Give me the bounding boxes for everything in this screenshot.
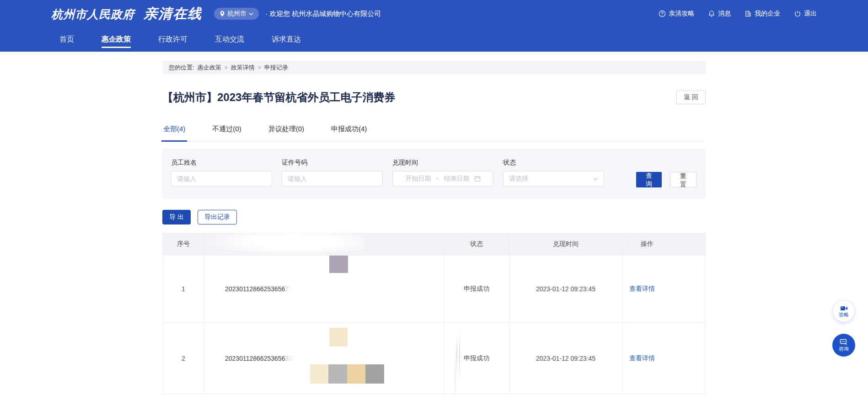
chat-bubble-icon	[840, 339, 848, 346]
breadcrumb: 您的位置: 惠企政策 > 政策详情 > 申报记录	[162, 61, 706, 74]
breadcrumb-separator: >	[258, 64, 261, 71]
logout-link[interactable]: 退出	[794, 10, 817, 18]
column-header-order-no: 申报单号	[204, 233, 444, 256]
guide-link-label: 亲清攻略	[669, 10, 694, 18]
breadcrumb-item-policy-detail[interactable]: 政策详情	[231, 64, 255, 72]
export-records-button[interactable]: 导出记录	[198, 210, 237, 224]
row-index: 2	[163, 323, 204, 394]
top-header: 杭州市人民政府 亲清在线 杭州市 · 欢迎您 杭州水晶城购物中心有限公司	[0, 0, 868, 52]
column-header-action: 操作	[622, 233, 705, 256]
start-date-placeholder: 开始日期	[405, 175, 431, 183]
consult-floating-label: 咨询	[839, 346, 849, 352]
site-logo: 杭州市人民政府 亲清在线	[51, 5, 202, 23]
export-button[interactable]: 导 出	[162, 210, 191, 224]
nav-item-enterprise-policy[interactable]: 惠企政策	[102, 27, 131, 52]
city-selector[interactable]: 杭州市	[214, 8, 259, 20]
column-header-index: 序号	[163, 233, 204, 256]
guide-link[interactable]: 亲清攻略	[659, 10, 694, 18]
table-header-row: 序号 申报单号 状态 兑现时间 操作	[163, 233, 705, 256]
view-details-link[interactable]: 查看详情	[629, 285, 655, 293]
back-button[interactable]: 返 回	[676, 91, 706, 104]
order-no-faded-text: 77	[285, 285, 292, 293]
end-date-placeholder: 结束日期	[444, 175, 470, 183]
row-order-no: 2023011286625365677	[204, 256, 444, 323]
employee-name-label: 员工姓名	[171, 159, 272, 167]
status-tabs: 全部(4) 不通过(0) 异议处理(0) 申报成功(4)	[162, 125, 706, 142]
row-status: 申报成功	[444, 256, 509, 323]
guide-floating-label: 攻略	[839, 312, 849, 318]
order-no-text: 20230112866253656	[225, 285, 285, 293]
table-row: 2 20230112866253656333 申报成功 2023-01-12 0…	[163, 323, 705, 394]
row-status: 申报成功	[444, 323, 509, 394]
video-camera-icon	[840, 305, 848, 311]
breadcrumb-separator: >	[225, 64, 228, 71]
my-enterprise-link[interactable]: 我的企业	[745, 10, 780, 18]
page-title: 【杭州市】2023年春节留杭省外员工电子消费券	[162, 90, 395, 105]
tab-success[interactable]: 申报成功(4)	[330, 125, 368, 141]
messages-link[interactable]: 消息	[708, 10, 731, 18]
nav-item-interaction[interactable]: 互动交流	[215, 27, 244, 52]
logo-platform-text: 亲清在线	[144, 5, 202, 23]
id-number-input[interactable]	[282, 171, 383, 187]
status-select[interactable]: 请选择	[503, 171, 604, 187]
redaction-smudge	[455, 347, 455, 395]
main-content: 您的位置: 惠企政策 > 政策详情 > 申报记录 【杭州市】2023年春节留杭省…	[162, 61, 706, 394]
column-header-redeem-time: 兑现时间	[509, 233, 622, 256]
redeem-time-label: 兑现时间	[392, 159, 493, 167]
date-range-separator: ~	[435, 175, 439, 182]
view-details-link[interactable]: 查看详情	[629, 354, 655, 363]
order-no-text: 20230112866253656	[225, 355, 285, 362]
tab-all[interactable]: 全部(4)	[162, 125, 186, 141]
applications-table: 序号 申报单号 状态 兑现时间 操作 1 2023011286625365677…	[162, 233, 706, 394]
redaction-smudge	[459, 329, 460, 381]
chevron-down-icon	[249, 12, 253, 16]
breadcrumb-item-policy[interactable]: 惠企政策	[198, 64, 221, 72]
search-button[interactable]: 查 询	[636, 172, 662, 187]
messages-link-label: 消息	[718, 10, 731, 18]
location-pin-icon	[220, 11, 225, 17]
reset-button[interactable]: 重 置	[670, 172, 697, 187]
redeem-time-range-picker[interactable]: 开始日期 ~ 结束日期	[392, 171, 493, 187]
status-label: 状态	[503, 159, 604, 167]
column-header-status: 状态	[444, 233, 509, 256]
tab-objection[interactable]: 异议处理(0)	[268, 125, 305, 141]
city-selector-label: 杭州市	[227, 10, 246, 18]
row-redeem-time: 2023-01-12 09:23:45	[509, 256, 622, 323]
tab-rejected[interactable]: 不通过(0)	[211, 125, 242, 141]
table-row: 1 2023011286625365677 申报成功 2023-01-12 09…	[163, 256, 705, 323]
breadcrumb-prefix: 您的位置:	[169, 64, 194, 72]
bell-icon	[708, 10, 715, 17]
chevron-down-icon	[593, 177, 598, 181]
row-redeem-time: 2023-01-12 09:23:45	[509, 323, 622, 394]
redaction-smudge	[456, 334, 457, 375]
welcome-text: · 欢迎您 杭州水晶城购物中心有限公司	[265, 10, 381, 18]
nav-item-home[interactable]: 首页	[59, 27, 74, 52]
row-index: 1	[163, 256, 204, 323]
header-utility-links: 亲清攻略 消息 我的企业	[659, 10, 817, 18]
guide-floating-button[interactable]: 攻略	[833, 301, 854, 322]
consult-floating-button[interactable]: 咨询	[832, 334, 855, 357]
main-nav: 首页 惠企政策 行政许可 互动交流 诉求直达	[8, 27, 868, 52]
id-number-label: 证件号码	[282, 159, 383, 167]
nav-item-administrative-license[interactable]: 行政许可	[158, 27, 188, 52]
app-root: 杭州市人民政府 亲清在线 杭州市 · 欢迎您 杭州水晶城购物中心有限公司	[0, 0, 868, 395]
calendar-icon	[474, 176, 481, 182]
building-icon	[745, 10, 752, 17]
help-circle-icon	[659, 10, 666, 17]
logo-government-text: 杭州市人民政府	[51, 7, 134, 22]
my-enterprise-link-label: 我的企业	[755, 10, 780, 18]
logout-link-label: 退出	[804, 10, 817, 18]
power-icon	[794, 10, 801, 17]
nav-item-appeal[interactable]: 诉求直达	[272, 27, 301, 52]
filter-panel: 员工姓名 证件号码 兑现时间 开始日期 ~ 结束日期 状态	[162, 149, 706, 199]
order-no-faded-text: 333	[285, 355, 295, 362]
status-select-placeholder: 请选择	[509, 175, 528, 183]
breadcrumb-item-application-records: 申报记录	[264, 64, 288, 72]
employee-name-input[interactable]	[171, 171, 272, 187]
row-order-no: 20230112866253656333	[204, 323, 444, 394]
